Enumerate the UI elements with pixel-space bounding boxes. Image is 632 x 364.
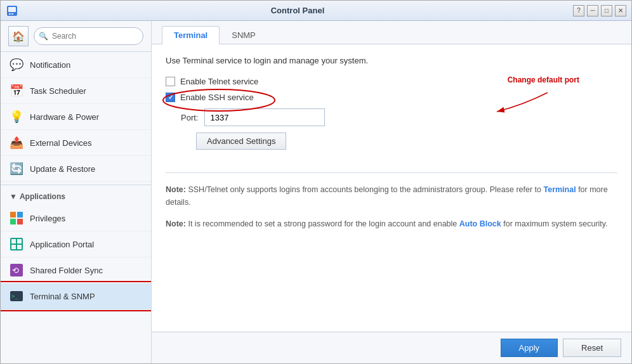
window-controls: ? ─ □ ✕	[573, 5, 626, 16]
svg-rect-3	[11, 13, 13, 15]
restore-button[interactable]: □	[601, 5, 612, 16]
note2-prefix: Note:	[166, 219, 186, 228]
external-devices-icon: 📤	[10, 136, 23, 150]
sidebar-label-shared: Shared Folder Sync	[30, 266, 103, 275]
content-scroll: Use Terminal service to login and manage…	[152, 44, 631, 332]
port-row: Port:	[181, 108, 617, 126]
svg-text:⟲: ⟲	[12, 266, 19, 275]
svg-rect-5	[17, 212, 23, 218]
advanced-settings-wrapper: Advanced Settings	[181, 133, 617, 161]
privileges-icon	[10, 211, 23, 225]
sidebar-item-shared-folder-sync[interactable]: ⟲ Shared Folder Sync	[1, 257, 151, 283]
titlebar: Control Panel ? ─ □ ✕	[1, 1, 631, 21]
sidebar-label-notification: Notification	[30, 60, 70, 70]
note1: Note: SSH/Telnet only supports logins fr…	[166, 183, 617, 209]
sidebar-label-external: External Devices	[30, 138, 92, 148]
content-divider	[166, 172, 617, 173]
content-area: Terminal SNMP Use Terminal service to lo…	[152, 21, 631, 363]
svg-rect-11	[11, 245, 16, 249]
tab-bar: Terminal SNMP	[152, 21, 631, 44]
telnet-checkbox[interactable]	[166, 77, 175, 86]
note2-suffix: for maximum system security.	[503, 219, 607, 228]
footer: Apply Reset	[152, 332, 631, 363]
applications-label: Applications	[20, 192, 65, 201]
svg-text:>_: >_	[11, 293, 18, 299]
sidebar-label-terminal: Terminal & SNMP	[30, 292, 95, 301]
sidebar-label-app-portal: Application Portal	[30, 240, 94, 249]
sidebar-item-task-scheduler[interactable]: 📅 Task Scheduler	[1, 78, 151, 104]
close-button[interactable]: ✕	[615, 5, 626, 16]
svg-rect-1	[8, 7, 16, 12]
ssh-checkbox[interactable]	[166, 93, 175, 102]
task-scheduler-icon: 📅	[10, 84, 23, 98]
home-button[interactable]: 🏠	[8, 26, 29, 46]
sidebar-label-privileges: Privileges	[30, 214, 65, 223]
sidebar-item-update-restore[interactable]: 🔄 Update & Restore	[1, 156, 151, 182]
note1-text: SSH/Telnet only supports logins from acc…	[188, 185, 543, 194]
sidebar-item-hardware-power[interactable]: 💡 Hardware & Power	[1, 104, 151, 130]
sidebar-item-privileges[interactable]: Privileges	[1, 205, 151, 231]
svg-rect-9	[11, 239, 16, 244]
ssh-row: Enable SSH service	[166, 93, 617, 102]
shared-folder-icon: ⟲	[10, 263, 23, 277]
sidebar-item-external-devices[interactable]: 📤 External Devices	[1, 130, 151, 156]
app-icon	[6, 4, 18, 17]
note2-text: It is recommended to set a strong passwo…	[188, 219, 459, 228]
sidebar: 🏠 🔍 💬 Notification 📅 Task Scheduler 💡 Ha…	[1, 21, 152, 363]
sidebar-label-task: Task Scheduler	[30, 86, 86, 96]
content-body: Use Terminal service to login and manage…	[152, 44, 631, 332]
application-portal-icon	[10, 237, 23, 251]
sidebar-divider	[1, 185, 151, 185]
hardware-icon: 💡	[10, 110, 23, 124]
annotation-text: Change default port	[508, 75, 579, 84]
update-icon: 🔄	[10, 162, 23, 176]
svg-rect-7	[17, 219, 23, 224]
sidebar-label-hardware: Hardware & Power	[30, 112, 99, 122]
notification-icon: 💬	[10, 58, 23, 72]
sidebar-label-update: Update & Restore	[30, 164, 95, 174]
port-input[interactable]	[204, 108, 325, 126]
reset-button[interactable]: Reset	[563, 339, 621, 357]
telnet-label: Enable Telnet service	[180, 77, 258, 86]
applications-header: ▼ Applications	[1, 188, 151, 205]
collapse-icon: ▼	[10, 192, 17, 201]
svg-rect-10	[17, 239, 22, 244]
search-wrapper: 🔍	[34, 27, 143, 45]
svg-rect-12	[17, 245, 22, 249]
auto-block-link[interactable]: Auto Block	[459, 219, 501, 228]
sidebar-item-terminal-snmp[interactable]: >_ Terminal & SNMP	[1, 283, 151, 309]
note2: Note: It is recommended to set a strong …	[166, 218, 617, 230]
help-button[interactable]: ?	[573, 5, 584, 16]
tab-snmp[interactable]: SNMP	[220, 26, 268, 44]
svg-rect-4	[10, 212, 16, 218]
svg-rect-6	[10, 219, 16, 224]
sidebar-item-application-portal[interactable]: Application Portal	[1, 231, 151, 257]
note1-prefix: Note:	[166, 185, 186, 194]
tab-terminal[interactable]: Terminal	[162, 26, 220, 44]
sidebar-item-notification[interactable]: 💬 Notification	[1, 52, 151, 78]
terminal-icon: >_	[10, 289, 23, 303]
search-icon: 🔍	[39, 32, 48, 41]
terminal-link[interactable]: Terminal	[543, 185, 576, 194]
ssh-label: Enable SSH service	[180, 93, 254, 102]
ssh-annotation-container: Enable SSH service Change default port	[166, 93, 617, 102]
telnet-checkbox-wrap[interactable]: Enable Telnet service	[166, 77, 258, 86]
port-label: Port:	[181, 113, 198, 122]
advanced-settings-button[interactable]: Advanced Settings	[196, 133, 286, 150]
search-input[interactable]	[34, 27, 143, 45]
description-text: Use Terminal service to login and manage…	[166, 56, 617, 65]
sidebar-header: 🏠 🔍	[1, 21, 151, 52]
control-panel-window: Control Panel ? ─ □ ✕ 🏠 🔍 💬 Notification	[0, 0, 632, 364]
window-title: Control Panel	[22, 6, 573, 15]
apply-button[interactable]: Apply	[501, 339, 558, 357]
ssh-checkbox-wrap[interactable]: Enable SSH service	[166, 93, 254, 102]
svg-rect-2	[9, 13, 11, 15]
minimize-button[interactable]: ─	[587, 5, 598, 16]
main-layout: 🏠 🔍 💬 Notification 📅 Task Scheduler 💡 Ha…	[1, 21, 631, 363]
